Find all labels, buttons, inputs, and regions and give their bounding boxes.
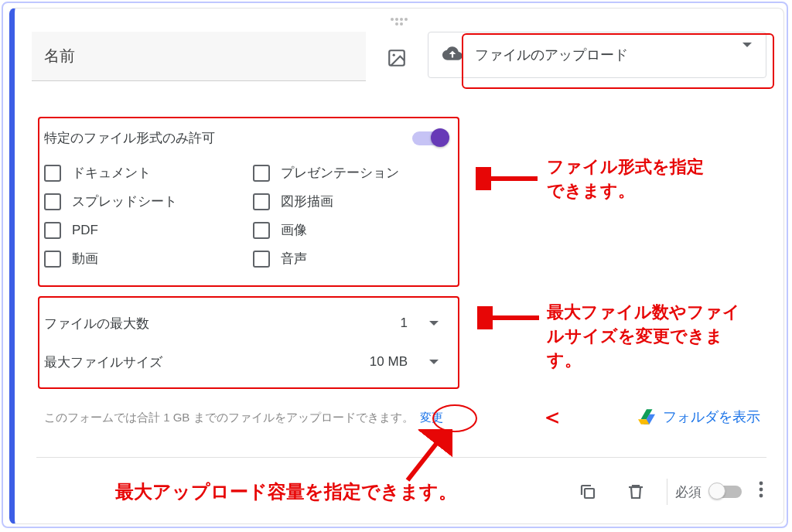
upload-limit-info: このフォームでは合計 1 GB までのファイルをアップロードできます。 変更 <box>44 411 443 425</box>
svg-point-3 <box>760 482 763 486</box>
annotation-text-filetype: ファイル形式を指定 できます。 <box>547 155 771 203</box>
annotation-arrow-icon <box>477 306 544 329</box>
show-folder-link[interactable]: フォルダを表示 <box>638 408 760 426</box>
duplicate-button[interactable] <box>571 475 605 509</box>
required-label: 必須 <box>675 483 702 501</box>
upload-limit-text: このフォームでは合計 1 GB までのファイルをアップロードできます。 <box>44 411 414 425</box>
annotation-highlight-type <box>462 33 774 89</box>
cloud-upload-icon <box>442 43 463 67</box>
delete-button[interactable] <box>619 475 653 509</box>
drag-handle-icon[interactable] <box>391 18 408 26</box>
svg-point-1 <box>393 54 395 56</box>
svg-line-8 <box>408 437 442 480</box>
required-toggle[interactable] <box>711 486 742 498</box>
annotation-highlight-filetypes <box>38 117 459 287</box>
annotation-text-maxes: 最大ファイル数やファイ ルサイズを変更できま す。 <box>547 301 779 372</box>
google-drive-icon <box>638 409 655 425</box>
question-title-input[interactable] <box>32 32 366 81</box>
copy-icon <box>579 483 597 501</box>
annotation-arrow-icon <box>398 429 452 485</box>
annotation-arrow-icon <box>476 167 542 190</box>
svg-rect-2 <box>585 489 594 498</box>
svg-point-4 <box>760 488 763 492</box>
vertical-divider <box>667 479 667 505</box>
more-vert-icon <box>759 480 763 499</box>
image-icon <box>387 48 407 68</box>
trash-icon <box>626 483 645 501</box>
more-menu-button[interactable] <box>756 480 766 503</box>
question-card: ファイルのアップロード 特定のファイル形式のみ許可 ドキュメント プレゼンテーシ… <box>9 8 784 524</box>
annotation-highlight-maxes <box>38 296 459 389</box>
add-image-button[interactable] <box>380 41 414 75</box>
annotation-highlight-change <box>432 404 477 432</box>
annotation-lt-symbol: ＜ <box>541 401 564 433</box>
show-folder-label: フォルダを表示 <box>663 408 760 426</box>
svg-point-5 <box>760 494 763 498</box>
